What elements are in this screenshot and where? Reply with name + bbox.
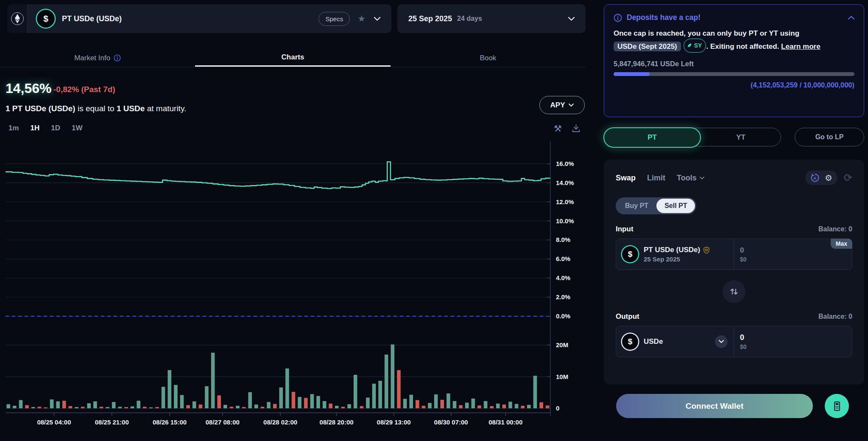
pt-usde-coin-icon: $: [37, 10, 55, 28]
cap-notice-title: Deposits have a cap!: [627, 13, 843, 22]
chevron-down-icon: [568, 15, 575, 22]
output-token-selector[interactable]: $ USDe: [616, 326, 734, 357]
chart-canvas: [6, 141, 551, 417]
pt-usde-coin-icon: $: [622, 246, 638, 262]
tab-market-info[interactable]: Market Info: [0, 49, 195, 67]
tab-book[interactable]: Book: [391, 49, 586, 67]
maturity-selector[interactable]: 25 Sep 2025 24 days: [397, 4, 586, 33]
x-axis-label: 08/25 21:00: [89, 419, 135, 426]
view-tabs: Market Info Charts Book: [0, 49, 586, 67]
star-icon[interactable]: ★: [357, 14, 366, 24]
desc-token-out: 1 USDe: [117, 104, 145, 113]
download-icon[interactable]: [571, 124, 581, 133]
y-axis-label: 10M: [556, 373, 568, 380]
settings-group: A ⚙: [805, 171, 837, 185]
sy-badge[interactable]: SY: [684, 39, 706, 53]
auto-sign-icon[interactable]: A: [810, 173, 820, 183]
y-axis-label: 20M: [556, 341, 568, 348]
calculator-icon: [832, 401, 843, 412]
output-amount-field[interactable]: 0: [740, 333, 747, 342]
input-box: $ PT USDe (USDe) 25 Sep 2025 0 $0 Max: [616, 239, 852, 270]
pendle-market-page: $ PT USDe (USDe) Specs ★ 25 Sep 2025 24 …: [0, 0, 868, 441]
specs-button[interactable]: Specs: [318, 12, 350, 26]
go-to-lp-button[interactable]: Go to LP: [795, 128, 864, 146]
tab-label: Market Info: [74, 54, 110, 62]
x-axis-label: 08/27 08:00: [199, 419, 246, 426]
x-axis-label: 08/31 00:00: [482, 419, 529, 426]
desc-text: is equal to: [75, 104, 117, 113]
svg-text:A: A: [814, 176, 817, 180]
connect-wallet-button[interactable]: Connect Wallet: [616, 394, 813, 418]
x-axis-label: 08/30 07:00: [428, 419, 474, 426]
x-axis-label: 08/25 04:00: [31, 419, 77, 426]
output-label: Output: [616, 312, 639, 321]
tab-charts[interactable]: Charts: [195, 49, 390, 67]
chevron-down-icon[interactable]: [374, 15, 380, 22]
deposit-cap-notice: Deposits have a cap! Once cap is reached…: [604, 4, 864, 117]
output-token-dropdown[interactable]: [715, 335, 728, 348]
maturity-description: 1 PT USDe (USDe) is equal to 1 USDe at m…: [6, 104, 186, 113]
input-token-selector[interactable]: $ PT USDe (USDe) 25 Sep 2025: [616, 239, 734, 270]
pt-tab[interactable]: PT: [603, 127, 701, 148]
range-1m[interactable]: 1m: [8, 124, 19, 132]
yt-tab[interactable]: YT: [701, 128, 781, 147]
y-axis-label: 14.0%: [556, 179, 574, 186]
mode-limit[interactable]: Limit: [647, 174, 665, 183]
y-axis-label: 0: [556, 404, 559, 412]
token-type-switch-row: PT YT Go to LP: [604, 127, 864, 147]
input-token-maturity: 25 Sep 2025: [644, 256, 710, 263]
buy-pt-option[interactable]: Buy PT: [617, 199, 656, 213]
asset-chip: USDe (Sept 2025): [614, 42, 681, 51]
input-token-name: PT USDe (USDe): [644, 246, 710, 254]
y-axis-label: 6.0%: [556, 255, 570, 262]
leaf-icon: [687, 43, 692, 48]
sy-label: SY: [694, 39, 702, 51]
max-button[interactable]: Max: [831, 239, 852, 249]
input-amount-field[interactable]: 0: [740, 246, 747, 255]
market-selector[interactable]: $ PT USDe (USDe) Specs ★: [7, 4, 391, 33]
tab-label: Book: [480, 54, 496, 62]
desc-text: at maturity.: [145, 104, 186, 113]
mode-swap[interactable]: Swap: [616, 174, 636, 183]
range-1h[interactable]: 1H: [31, 124, 40, 132]
x-axis-label: 08/29 13:00: [371, 419, 417, 426]
x-axis-label: 08/28 02:00: [257, 419, 304, 426]
sell-pt-option[interactable]: Sell PT: [656, 199, 695, 213]
y-axis-label: 4.0%: [556, 274, 570, 281]
gear-icon[interactable]: ⚙: [825, 174, 832, 182]
metric-dropdown[interactable]: APY: [539, 96, 585, 114]
chevron-up-icon[interactable]: [848, 16, 854, 20]
cap-notice-body: Once cap is reached, you can only buy PT…: [614, 28, 854, 53]
learn-more-link[interactable]: Learn more: [781, 42, 821, 51]
cap-progress-fill: [614, 72, 650, 76]
cap-progress-bar: [614, 72, 854, 76]
swap-direction-button[interactable]: [723, 280, 745, 303]
range-1d[interactable]: 1D: [51, 124, 60, 132]
maturity-days: 24 days: [457, 15, 482, 22]
time-range-selector: 1m 1H 1D 1W: [8, 124, 83, 132]
usde-coin-icon: $: [622, 334, 638, 350]
chevron-down-icon: [700, 177, 704, 180]
token-label: PT USDe (USDe): [644, 246, 700, 254]
chart-tools-icon[interactable]: ⚒: [554, 124, 562, 133]
x-axis-label: 08/26 15:00: [146, 419, 193, 426]
y-axis-label: 8.0%: [556, 236, 570, 243]
output-header: Output Balance: 0: [616, 312, 852, 321]
chart-toolbar: ⚒: [554, 124, 581, 133]
info-icon: [114, 54, 121, 62]
chevron-down-icon: [719, 340, 724, 343]
y-axis-label: 10.0%: [556, 217, 574, 225]
apy-value: 14,56%: [6, 81, 52, 96]
mode-tools[interactable]: Tools: [677, 174, 704, 183]
info-icon: [614, 14, 622, 22]
calculator-button[interactable]: [825, 394, 849, 418]
mode-tools-label: Tools: [677, 174, 697, 183]
x-axis-label: 08/28 20:00: [313, 419, 360, 426]
refresh-icon[interactable]: ⟳: [844, 173, 852, 183]
output-box: $ USDe 0 $0: [616, 326, 852, 357]
input-balance: Balance: 0: [818, 225, 852, 233]
pt-yt-segment: PT YT: [604, 128, 781, 146]
range-1w[interactable]: 1W: [72, 124, 83, 132]
buy-sell-toggle: Buy PT Sell PT: [616, 197, 696, 214]
apy-volume-chart: 16.0%14.0%12.0%10.0%8.0%6.0%4.0%2.0%0.0%…: [6, 141, 578, 438]
